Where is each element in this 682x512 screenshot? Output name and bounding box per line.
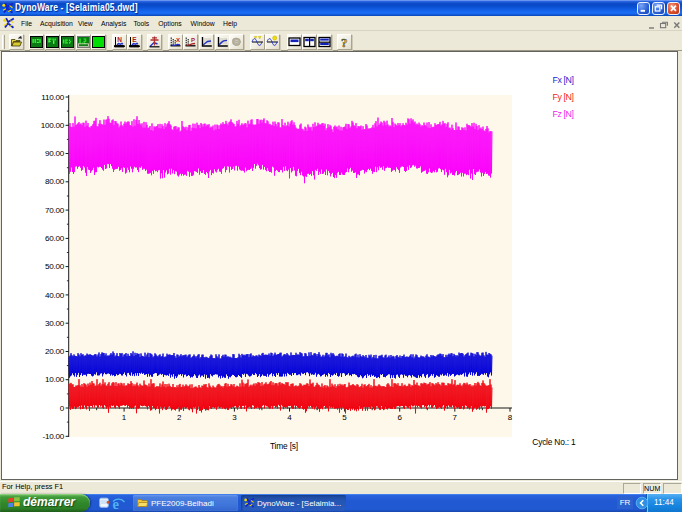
svg-text:7: 7 <box>453 413 458 422</box>
svg-text:?: ? <box>341 35 348 49</box>
svg-text:E: E <box>132 36 137 43</box>
svg-text:X: X <box>176 37 180 43</box>
svg-text:4: 4 <box>287 413 292 422</box>
svg-text:N: N <box>117 36 122 43</box>
svg-text:50.00: 50.00 <box>45 262 65 271</box>
svg-text:110.00: 110.00 <box>41 93 64 102</box>
svg-text:2: 2 <box>177 413 182 422</box>
svg-text:Fx [N]: Fx [N] <box>553 75 574 85</box>
svg-text:30.00: 30.00 <box>45 319 65 328</box>
svg-text:Cycle No.: 1: Cycle No.: 1 <box>532 437 576 447</box>
svg-text:8: 8 <box>508 413 513 422</box>
svg-text:6: 6 <box>397 413 402 422</box>
svg-text:20.00: 20.00 <box>45 347 65 356</box>
svg-text:0: 0 <box>60 404 65 413</box>
svg-text:Time [s]: Time [s] <box>270 441 298 451</box>
svg-text:10.00: 10.00 <box>45 375 65 384</box>
svg-text:Fz [N]: Fz [N] <box>553 109 574 119</box>
svg-text:-10.00: -10.00 <box>43 432 65 441</box>
svg-text:60.00: 60.00 <box>45 234 65 243</box>
svg-text:P: P <box>191 37 195 43</box>
svg-text:3: 3 <box>232 413 237 422</box>
svg-text:40.00: 40.00 <box>45 291 65 300</box>
svg-text:90.00: 90.00 <box>45 149 65 158</box>
svg-text:80.00: 80.00 <box>45 177 65 186</box>
svg-text:100.00: 100.00 <box>41 121 65 130</box>
svg-text:70.00: 70.00 <box>45 206 65 215</box>
svg-text:Fy [N]: Fy [N] <box>553 92 574 102</box>
svg-text:1: 1 <box>122 413 127 422</box>
svg-text:5: 5 <box>342 413 347 422</box>
